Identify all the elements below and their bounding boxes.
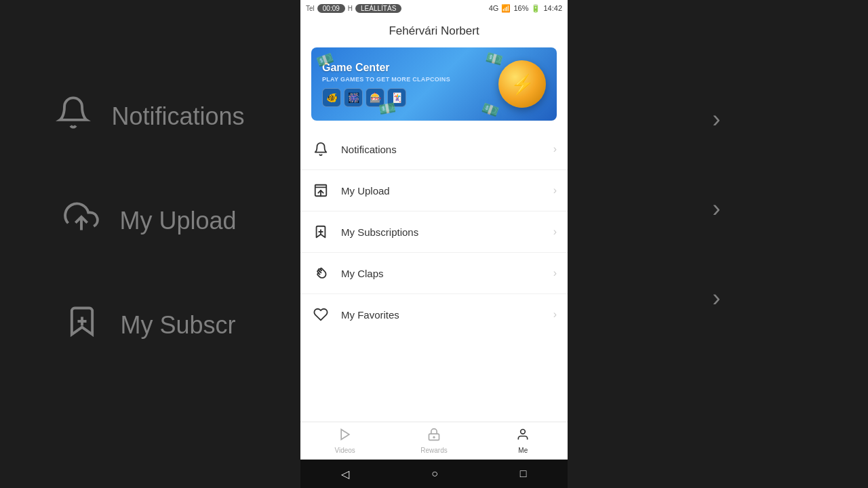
videos-label: Videos <box>334 447 355 454</box>
rewards-icon <box>427 428 441 445</box>
menu-item-notifications[interactable]: Notifications › <box>300 129 568 170</box>
status-time: 14:42 <box>543 4 562 12</box>
bg-row-upload: My Upload <box>64 199 236 243</box>
bg-row-notifications: Notifications <box>56 95 244 138</box>
status-stop: LEÁLLÍTÁS <box>355 4 401 13</box>
svg-point-11 <box>521 430 526 434</box>
status-network: H <box>348 5 353 12</box>
notifications-icon <box>311 140 330 159</box>
my-upload-label: My Upload <box>341 185 553 197</box>
money-note-1: 💵 <box>315 49 336 70</box>
money-note-2: 💵 <box>484 48 504 68</box>
background-left: Notifications My Upload My Subscr <box>0 0 300 488</box>
my-favorites-chevron: › <box>553 308 557 321</box>
coin-symbol: ⚡ <box>511 73 534 96</box>
me-icon <box>516 428 530 445</box>
bg-bell-icon <box>56 95 91 138</box>
signal-bars-icon: 📶 <box>501 4 511 13</box>
recents-button[interactable]: □ <box>520 468 527 480</box>
bottom-navigation: Videos Rewards Me <box>300 422 568 460</box>
battery-icon: 🔋 <box>531 4 540 13</box>
status-tel: Tel <box>306 5 315 12</box>
status-left: Tel 00:09 H LEÁLLÍTÁS <box>306 4 401 13</box>
phone-screen: Tel 00:09 H LEÁLLÍTÁS 4G 📶 16% 🔋 14:42 F… <box>300 0 568 488</box>
upload-icon <box>311 181 330 200</box>
menu-item-my-upload[interactable]: My Upload › <box>300 170 568 211</box>
nav-videos[interactable]: Videos <box>300 422 389 460</box>
bg-subscriptions-icon <box>64 304 100 347</box>
bg-row-subscriptions: My Subscr <box>64 304 235 347</box>
bg-chevron-1: › <box>713 105 721 134</box>
svg-rect-4 <box>315 185 327 188</box>
nav-rewards[interactable]: Rewards <box>389 422 478 460</box>
svg-marker-7 <box>341 430 349 440</box>
notifications-label: Notifications <box>341 144 553 155</box>
nav-me[interactable]: Me <box>479 422 568 460</box>
my-subscriptions-chevron: › <box>553 226 557 238</box>
favorites-icon <box>311 305 330 324</box>
my-upload-chevron: › <box>553 184 557 197</box>
bg-upload-icon <box>64 199 99 243</box>
status-right: 4G 📶 16% 🔋 14:42 <box>489 4 562 13</box>
my-favorites-label: My Favorites <box>341 309 553 321</box>
status-bar: Tel 00:09 H LEÁLLÍTÁS 4G 📶 16% 🔋 14:42 <box>300 0 568 16</box>
background-right: › › › <box>565 0 868 488</box>
status-battery-pct: 16% <box>513 4 528 12</box>
menu-item-my-favorites[interactable]: My Favorites › <box>300 294 568 335</box>
my-claps-label: My Claps <box>341 268 553 279</box>
bg-right-row-3: › <box>713 284 721 312</box>
menu-list: Notifications › My Upload › <box>300 129 568 422</box>
subscriptions-icon <box>311 222 330 241</box>
money-note-4: 💵 <box>480 99 502 120</box>
bg-right-row-1: › <box>713 105 721 134</box>
page-title: Fehérvári Norbert <box>300 16 568 43</box>
status-timer: 00:09 <box>317 4 345 13</box>
android-nav-bar: ◁ ○ □ <box>300 460 568 488</box>
bg-chevron-2: › <box>713 195 721 223</box>
menu-item-my-claps[interactable]: My Claps › <box>300 253 568 294</box>
me-label: Me <box>518 447 528 454</box>
money-note-3: 💵 <box>378 99 397 118</box>
my-subscriptions-label: My Subscriptions <box>341 226 553 238</box>
menu-item-my-subscriptions[interactable]: My Subscriptions › <box>300 211 568 253</box>
bg-subscriptions-label: My Subscr <box>120 311 235 340</box>
bg-notifications-label: Notifications <box>111 102 244 131</box>
bg-chevron-3: › <box>713 284 721 312</box>
banner-coin: ⚡ <box>498 60 546 108</box>
home-button[interactable]: ○ <box>431 468 438 480</box>
back-button[interactable]: ◁ <box>341 468 349 481</box>
videos-icon <box>338 428 352 445</box>
bg-right-row-2: › <box>713 195 721 223</box>
my-claps-chevron: › <box>553 267 557 279</box>
game-center-banner[interactable]: 💵 💵 💵 💵 Game Center PLAY GAMES TO GET MO… <box>311 47 557 121</box>
rewards-label: Rewards <box>420 447 447 454</box>
claps-icon <box>311 264 330 283</box>
status-signal: 4G <box>489 4 499 12</box>
notifications-chevron: › <box>553 143 557 155</box>
bg-upload-label: My Upload <box>119 207 236 235</box>
